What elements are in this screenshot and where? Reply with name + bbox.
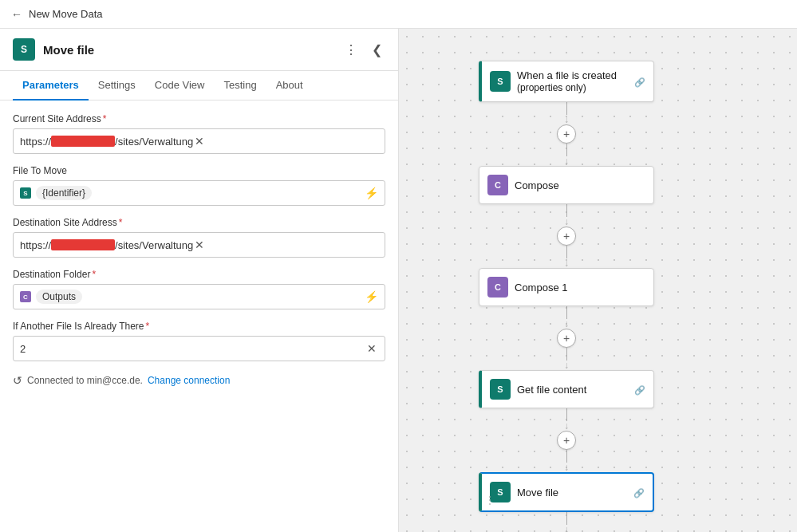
add-step-button-2[interactable]: + [557, 227, 576, 246]
if-another-input-wrap: ✕ [13, 336, 385, 361]
if-another-label: If Another File Is Already There* [13, 321, 385, 332]
panel-sp-icon: S [21, 44, 27, 55]
panel-header-right: ⋮ ❮ [341, 41, 385, 59]
tab-about[interactable]: About [266, 71, 313, 100]
node-compose-1-icon: C [487, 277, 508, 298]
node-when-file-created[interactable]: S When a file is created(properties only… [479, 61, 654, 102]
node-when-file-created-icon: S [490, 71, 511, 92]
dest-folder-input-wrap[interactable]: C Outputs ⚡ [13, 284, 385, 309]
dest-site-input-wrap: https:// /sites/Verwaltung ✕ [13, 232, 385, 258]
current-site-suffix: /sites/Verwaltung [115, 136, 193, 148]
dest-folder-chip: Outputs [36, 290, 82, 304]
node-move-file-label: Move file [517, 487, 627, 499]
connector-line-3 [566, 306, 567, 319]
panel-header-left: S Move file [13, 38, 94, 61]
current-site-label: Current Site Address* [13, 113, 385, 124]
collapse-button[interactable]: ❮ [369, 41, 385, 59]
if-another-input[interactable] [20, 343, 365, 355]
add-step-button-3[interactable]: + [557, 329, 576, 348]
current-site-redacted [51, 136, 115, 147]
dest-site-group: Destination Site Address* https:// /site… [13, 217, 385, 258]
current-site-prefix: https:// [20, 136, 51, 148]
connector-line-1 [566, 102, 567, 115]
node-compose-1-label: Compose 1 [515, 282, 645, 294]
change-connection-link[interactable]: Change connection [148, 375, 230, 386]
connector-arrow-5: ↓ [564, 525, 569, 532]
connector-line-3b [566, 348, 567, 361]
file-to-move-dynamic-ref-button[interactable]: ⚡ [365, 187, 378, 199]
node-get-file-content[interactable]: S Get file content 🔗 [479, 370, 654, 408]
connection-row: ↺ Connected to min@cce.de. Change connec… [13, 374, 385, 387]
add-step-button-4[interactable]: + [557, 431, 576, 450]
panel-title: Move file [43, 43, 94, 57]
node-move-file[interactable]: ⋮ S Move file 🔗 [479, 472, 654, 512]
node-get-file-content-link-icon: 🔗 [634, 385, 645, 396]
connector-line-2 [566, 204, 567, 217]
connector-arrow-3b: ↓ [564, 361, 569, 370]
if-another-clear-button[interactable]: ✕ [365, 342, 378, 355]
connector-5: ↓ + [557, 512, 576, 532]
node-compose-label: Compose [515, 179, 645, 191]
node-compose[interactable]: C Compose [479, 166, 654, 204]
connector-arrow-1b: ↓ [564, 156, 569, 166]
current-site-group: Current Site Address* https:// /sites/Ve… [13, 113, 385, 154]
panel-header: S Move file ⋮ ❮ [0, 29, 398, 71]
main-layout: S Move file ⋮ ❮ Parameters Settings Code… [0, 29, 797, 532]
left-panel: S Move file ⋮ ❮ Parameters Settings Code… [0, 29, 399, 532]
connector-arrow-2: ↓ [564, 217, 569, 227]
current-site-input-wrap: https:// /sites/Verwaltung ✕ [13, 128, 385, 154]
node-when-file-created-label: When a file is created(properties only) [517, 69, 628, 93]
connector-line-4 [566, 408, 567, 421]
connector-3: ↓ + ↓ [557, 306, 576, 370]
current-site-clear-button[interactable]: ✕ [193, 135, 206, 148]
connector-line-1b [566, 144, 567, 156]
dest-site-redacted [51, 239, 115, 250]
connector-line-4b [566, 450, 567, 463]
tab-testing[interactable]: Testing [214, 71, 266, 100]
panel-icon-box: S [13, 38, 35, 61]
connector-arrow-2b: ↓ [564, 258, 569, 268]
dest-site-suffix: /sites/Verwaltung [115, 239, 193, 251]
file-to-move-group: File To Move S {Identifier} ⚡ [13, 165, 385, 206]
dest-folder-group: Destination Folder* C Outputs ⚡ [13, 269, 385, 309]
connector-line-2b [566, 246, 567, 258]
connector-arrow-1: ↓ [564, 115, 569, 124]
tab-parameters[interactable]: Parameters [13, 71, 89, 100]
connector-arrow-3: ↓ [564, 319, 569, 329]
dest-site-prefix: https:// [20, 239, 51, 251]
connector-line-5 [566, 512, 567, 525]
back-icon[interactable]: ← [11, 8, 22, 21]
flow-canvas: S When a file is created(properties only… [479, 61, 654, 532]
file-to-move-input-wrap[interactable]: S {Identifier} ⚡ [13, 180, 385, 206]
dest-folder-dynamic-ref-button[interactable]: ⚡ [365, 290, 378, 303]
file-chip-icon: S [20, 187, 31, 199]
connection-icon: ↺ [13, 374, 22, 387]
node-get-file-content-icon: S [490, 379, 511, 400]
dest-site-clear-button[interactable]: ✕ [193, 238, 206, 251]
right-panel: S When a file is created(properties only… [399, 29, 797, 532]
node-when-file-created-link-icon: 🔗 [634, 77, 645, 88]
app-title: New Move Data [29, 8, 102, 20]
tab-code-view[interactable]: Code View [145, 71, 215, 100]
connector-2: ↓ + ↓ [557, 204, 576, 268]
node-compose-icon: C [487, 175, 508, 195]
file-to-move-chip: {Identifier} [36, 186, 92, 200]
tab-settings[interactable]: Settings [89, 71, 145, 100]
file-to-move-label: File To Move [13, 165, 385, 176]
node-compose-1[interactable]: C Compose 1 [479, 268, 654, 306]
form-content: Current Site Address* https:// /sites/Ve… [0, 100, 398, 532]
connector-4: ↓ + ↓ [557, 408, 576, 472]
more-options-button[interactable]: ⋮ [341, 41, 361, 59]
dest-site-label: Destination Site Address* [13, 217, 385, 228]
app-header: ← New Move Data [0, 0, 797, 29]
tabs-bar: Parameters Settings Code View Testing Ab… [0, 71, 398, 100]
dest-folder-label: Destination Folder* [13, 269, 385, 280]
node-move-file-link-icon: 🔗 [633, 488, 645, 499]
if-another-group: If Another File Is Already There* ✕ [13, 321, 385, 361]
connector-arrow-4: ↓ [564, 421, 569, 431]
node-move-file-dots-button[interactable]: ⋮ [485, 495, 495, 506]
connection-text: Connected to min@cce.de. [27, 375, 143, 386]
dest-folder-chip-icon: C [20, 291, 31, 302]
add-step-button-1[interactable]: + [557, 124, 576, 144]
node-get-file-content-label: Get file content [517, 384, 628, 396]
